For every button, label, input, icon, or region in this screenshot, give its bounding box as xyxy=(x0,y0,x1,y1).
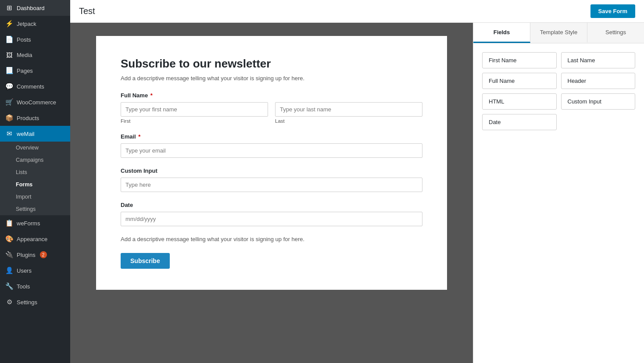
field-chip-last-name[interactable]: Last Name xyxy=(561,52,636,68)
date-label: Date xyxy=(121,202,422,208)
field-chip-custom-input[interactable]: Custom Input xyxy=(561,93,636,110)
sidebar-subitem-settings[interactable]: Settings xyxy=(0,203,70,215)
field-chip-date[interactable]: Date xyxy=(482,114,557,130)
field-chip-first-name[interactable]: First Name xyxy=(482,52,557,68)
field-chips-grid: First Name Last Name Full Name Header HT… xyxy=(482,52,635,130)
panel-tabs: Fields Template Style Settings xyxy=(473,23,644,43)
required-indicator: * xyxy=(137,133,141,140)
field-chip-header[interactable]: Header xyxy=(561,73,636,89)
sidebar-item-dashboard[interactable]: ⊞ Dashboard xyxy=(0,0,70,16)
weforms-icon: 📋 xyxy=(5,219,13,227)
sidebar-item-plugins[interactable]: 🔌 Plugins 2 xyxy=(0,247,70,263)
fullname-row: First Last xyxy=(121,102,422,124)
appearance-icon: 🎨 xyxy=(5,235,13,243)
form-canvas-wrapper: Subscribe to our newsletter Add a descri… xyxy=(70,23,473,363)
comments-icon: 💬 xyxy=(5,82,13,90)
content-area: Subscribe to our newsletter Add a descri… xyxy=(70,23,644,363)
sidebar-subitem-overview[interactable]: Overview xyxy=(0,142,70,154)
sidebar-item-wemail[interactable]: ✉ weMail xyxy=(0,126,70,142)
sidebar-item-label: Jetpack xyxy=(17,21,36,27)
dashboard-icon: ⊞ xyxy=(5,4,13,12)
tab-settings[interactable]: Settings xyxy=(587,23,644,43)
custom-input-field[interactable] xyxy=(121,178,422,192)
form-description: Add a descriptive message telling what y… xyxy=(121,75,422,82)
sidebar-item-comments[interactable]: 💬 Comments xyxy=(0,78,70,94)
email-input[interactable] xyxy=(121,143,422,158)
tab-template-style[interactable]: Template Style xyxy=(530,23,587,43)
sidebar-item-products[interactable]: 📦 Products xyxy=(0,110,70,126)
sidebar-subitem-lists[interactable]: Lists xyxy=(0,166,70,178)
wemail-submenu: Overview Campaigns Lists Forms Import Se… xyxy=(0,142,70,215)
sidebar-item-label: weMail xyxy=(17,131,34,137)
sidebar-subitem-campaigns[interactable]: Campaigns xyxy=(0,154,70,166)
plugins-icon: 🔌 xyxy=(5,251,13,259)
sidebar-item-pages[interactable]: 📃 Pages xyxy=(0,63,70,78)
sidebar-item-label: Tools xyxy=(17,283,30,290)
sidebar-item-label: Pages xyxy=(17,68,33,74)
date-input[interactable] xyxy=(121,212,422,226)
field-fullname: Full Name * First Last xyxy=(121,92,422,124)
sidebar-item-label: Posts xyxy=(17,36,31,43)
page-title: Test xyxy=(79,6,95,16)
form-canvas: Subscribe to our newsletter Add a descri… xyxy=(96,36,447,290)
form-title: Subscribe to our newsletter xyxy=(121,57,422,71)
sidebar-item-tools[interactable]: 🔧 Tools xyxy=(0,278,70,294)
sidebar-item-woocommerce[interactable]: 🛒 WooCommerce xyxy=(0,94,70,110)
subscribe-button[interactable]: Subscribe xyxy=(121,253,170,269)
sidebar-item-posts[interactable]: 📄 Posts xyxy=(0,32,70,47)
field-chip-full-name[interactable]: Full Name xyxy=(482,73,557,89)
sidebar-item-label: Media xyxy=(17,52,32,58)
media-icon: 🖼 xyxy=(5,51,13,59)
right-panel: Fields Template Style Settings First Nam… xyxy=(473,23,644,363)
sidebar-item-label: Comments xyxy=(17,83,44,90)
last-name-col: Last xyxy=(275,102,422,124)
sidebar-item-jetpack[interactable]: ⚡ Jetpack xyxy=(0,16,70,32)
pages-icon: 📃 xyxy=(5,67,13,75)
main-area: Test Save Form Subscribe to our newslett… xyxy=(70,0,644,363)
form-footer-description: Add a descriptive message telling what y… xyxy=(121,236,422,242)
last-sublabel: Last xyxy=(275,118,422,124)
first-name-input[interactable] xyxy=(121,102,268,117)
custom-input-label: Custom Input xyxy=(121,167,422,174)
sidebar-subitem-forms[interactable]: Forms xyxy=(0,178,70,191)
tools-icon: 🔧 xyxy=(5,282,13,290)
email-label: Email * xyxy=(121,133,422,140)
sidebar-item-label: Appearance xyxy=(17,236,47,242)
panel-content: First Name Last Name Full Name Header HT… xyxy=(473,43,644,363)
sidebar-item-label: weForms xyxy=(17,220,40,227)
sidebar-item-settings[interactable]: ⚙ Settings xyxy=(0,294,70,310)
wemail-icon: ✉ xyxy=(5,130,13,138)
jetpack-icon: ⚡ xyxy=(5,20,13,28)
sidebar-item-appearance[interactable]: 🎨 Appearance xyxy=(0,231,70,247)
sidebar-item-label: Settings xyxy=(17,299,37,306)
products-icon: 📦 xyxy=(5,114,13,122)
woocommerce-icon: 🛒 xyxy=(5,98,13,106)
first-name-col: First xyxy=(121,102,268,124)
settings-icon: ⚙ xyxy=(5,298,13,306)
sidebar-subitem-import[interactable]: Import xyxy=(0,191,70,203)
first-sublabel: First xyxy=(121,118,268,124)
field-custom-input: Custom Input xyxy=(121,167,422,192)
sidebar: ⊞ Dashboard ⚡ Jetpack 📄 Posts 🖼 Media 📃 … xyxy=(0,0,70,363)
field-email: Email * xyxy=(121,133,422,158)
sidebar-item-users[interactable]: 👤 Users xyxy=(0,263,70,278)
fullname-label: Full Name * xyxy=(121,92,422,99)
sidebar-item-label: Plugins xyxy=(17,252,36,258)
tab-fields[interactable]: Fields xyxy=(473,23,530,43)
field-date: Date xyxy=(121,202,422,226)
sidebar-item-label: Users xyxy=(17,267,32,274)
required-indicator: * xyxy=(149,92,153,99)
sidebar-item-label: Products xyxy=(17,115,39,121)
users-icon: 👤 xyxy=(5,267,13,274)
sidebar-item-label: WooCommerce xyxy=(17,99,56,106)
sidebar-item-weforms[interactable]: 📋 weForms xyxy=(0,215,70,231)
last-name-input[interactable] xyxy=(275,102,422,117)
plugins-badge: 2 xyxy=(40,251,47,258)
posts-icon: 📄 xyxy=(5,36,13,43)
topbar: Test Save Form xyxy=(70,0,644,23)
sidebar-item-label: Dashboard xyxy=(17,5,45,11)
field-chip-html[interactable]: HTML xyxy=(482,93,557,110)
save-form-button[interactable]: Save Form xyxy=(590,4,635,18)
sidebar-item-media[interactable]: 🖼 Media xyxy=(0,47,70,63)
